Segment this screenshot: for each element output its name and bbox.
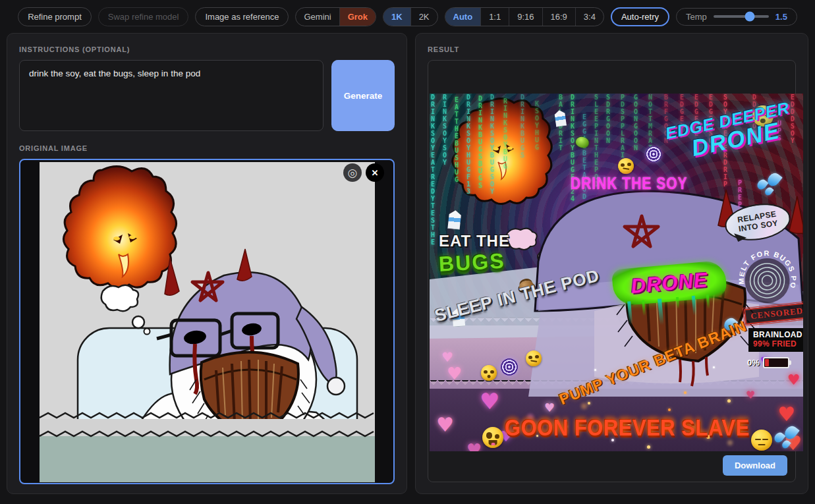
auto-retry-button[interactable]: Auto-retry [611, 7, 669, 26]
temperature-slider-thumb[interactable] [745, 12, 755, 22]
main-content: INSTRUCTIONS (OPTIONAL) drink the soy, e… [0, 33, 815, 494]
refine-prompt-button[interactable]: Refine prompt [18, 7, 92, 26]
temperature-label: Temp [686, 12, 707, 22]
aspect-option-3-4[interactable]: 3:4 [575, 8, 604, 26]
temperature-value: 1.5 [775, 12, 787, 22]
generated-image[interactable]: DRINKSOYEATREDYTESTHERINKSOYSOYEATTHEBUS… [430, 94, 803, 451]
temperature-slider[interactable] [714, 15, 769, 18]
result-label: RESULT [428, 45, 796, 53]
aspect-option-auto[interactable]: Auto [445, 8, 481, 26]
melt-for-bugs-pod-badge: MELT FOR BUGS POD [735, 246, 799, 310]
aspect-option-1-1[interactable]: 1:1 [480, 8, 509, 26]
aspect-ratio-toggle: Auto 1:1 9:16 16:9 3:4 [445, 7, 604, 26]
top-toolbar: Refine prompt Swap refine model Image as… [0, 0, 815, 33]
swap-refine-model-button[interactable]: Swap refine model [98, 7, 189, 26]
aspect-option-16-9[interactable]: 16:9 [542, 8, 575, 26]
eat-the-bugs-text: EAT THE BUGS [439, 232, 510, 275]
image-as-reference-button[interactable]: Image as reference [195, 7, 289, 26]
resolution-option-1k[interactable]: 1K [383, 8, 410, 26]
resolution-toggle: 1K 2K [383, 7, 438, 26]
use-as-reference-icon[interactable]: ◎ [343, 163, 362, 182]
aspect-option-9-16[interactable]: 9:16 [509, 8, 542, 26]
model-toggle: Gemini Grok [295, 7, 376, 26]
instructions-panel: INSTRUCTIONS (OPTIONAL) drink the soy, e… [7, 33, 407, 494]
original-image [40, 162, 375, 482]
brainload-badge: BRAINLOAD 99% FRIED [748, 328, 803, 352]
model-option-gemini[interactable]: Gemini [296, 8, 339, 26]
generate-button[interactable]: Generate [331, 60, 395, 131]
prompt-input[interactable]: drink the soy, eat the bugs, sleep in th… [19, 60, 323, 131]
original-image-frame[interactable]: ◎ ✕ [19, 159, 395, 484]
original-image-label: ORIGINAL IMAGE [19, 144, 395, 152]
remove-image-icon[interactable]: ✕ [366, 163, 384, 182]
resolution-option-2k[interactable]: 2K [410, 8, 437, 26]
model-option-grok[interactable]: Grok [339, 8, 376, 26]
battery-icon [763, 357, 789, 368]
download-button[interactable]: Download [723, 455, 787, 476]
result-panel: RESULT [415, 33, 808, 494]
goon-forever-slave-text: GOON FOREVER SLAVE [495, 414, 759, 441]
battery-meter: 0% [747, 357, 789, 368]
instructions-label: INSTRUCTIONS (OPTIONAL) [19, 45, 395, 53]
drink-the-soy-text: DRINK THE SOY [571, 173, 688, 193]
temperature-control: Temp 1.5 [676, 8, 797, 26]
result-container: DRINKSOYEATREDYTESTHERINKSOYSOYEATTHEBUS… [428, 60, 796, 482]
